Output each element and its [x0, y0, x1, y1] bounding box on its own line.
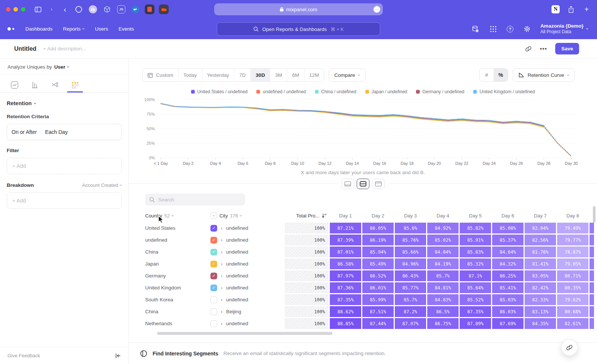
address-bar[interactable]: mixpanel.com ⋯	[214, 3, 383, 15]
retention-value-cell[interactable]: 85.94%	[362, 247, 394, 257]
retention-value-cell[interactable]: 78.87%	[557, 247, 588, 257]
retention-value-cell[interactable]: 84.19%	[427, 258, 459, 269]
range-6m[interactable]: 6M	[287, 69, 304, 81]
retention-value-cell[interactable]: 85.32%	[460, 258, 491, 269]
retention-value-cell[interactable]: 83.13%	[525, 306, 556, 317]
retention-value-cell[interactable]: 85.91%	[460, 235, 491, 245]
expand-chevron-icon[interactable]: ›	[221, 273, 222, 279]
retention-value-cell[interactable]: 87.21%	[330, 223, 361, 233]
table-row-country[interactable]: China	[145, 306, 209, 317]
zoom-window-button[interactable]	[21, 7, 25, 12]
retention-value-cell[interactable]: 85.02%	[427, 235, 459, 245]
retention-value-cell[interactable]: 82.33%	[525, 294, 556, 305]
tab-flows[interactable]	[47, 79, 63, 92]
retention-value-cell[interactable]: 87.69%	[492, 318, 523, 329]
day-column-header[interactable]: Day 4	[427, 213, 459, 219]
nav-item-reports[interactable]: Reports›	[63, 26, 85, 32]
row-checkbox[interactable]: ✓	[210, 261, 217, 267]
retention-value-cell[interactable]: 85.77%	[395, 282, 426, 293]
percent-values-toggle[interactable]: %	[494, 69, 508, 81]
retention-value-cell[interactable]: 86.05%	[362, 223, 394, 233]
row-checkbox[interactable]	[210, 308, 217, 315]
chart-type-dropdown[interactable]: Retention Curve ›	[513, 68, 575, 82]
day-column-header[interactable]: Day 2	[362, 213, 394, 219]
project-switcher[interactable]: Amazonia {Demo} All Project Data ›	[540, 23, 588, 35]
expand-chevron-icon[interactable]: ›	[221, 321, 222, 326]
retention-value-cell[interactable]: 82.56%	[525, 235, 556, 245]
extension-icon-avatar[interactable]: m	[88, 4, 98, 14]
table-row-country[interactable]: Germany	[145, 270, 209, 281]
retention-value-cell[interactable]: 84.84%	[427, 247, 459, 257]
add-filter-button[interactable]: + Add	[7, 158, 122, 174]
settings-gear-icon[interactable]	[522, 25, 531, 34]
retention-chart[interactable]: 100%75%50%25%0%< 1 DayDay 2Day 4Day 6Day…	[142, 95, 590, 167]
layout-table-only-button[interactable]	[372, 179, 385, 189]
extension-icon-js[interactable]: JS	[116, 4, 126, 14]
row-checkbox[interactable]	[210, 320, 217, 327]
retention-value-cell[interactable]: 84.96%	[395, 258, 426, 269]
table-search-input[interactable]: Search	[145, 194, 245, 205]
retention-value-cell[interactable]: 81.41%	[525, 258, 556, 269]
range-3m[interactable]: 3M	[270, 69, 287, 81]
expand-chevron-icon[interactable]: ›	[221, 285, 222, 291]
retention-value-cell[interactable]: 83.05%	[525, 270, 556, 281]
collapse-sidebar-icon[interactable]	[115, 353, 121, 358]
tab-funnels[interactable]	[27, 79, 43, 92]
day-column-header[interactable]: Day 7	[525, 213, 556, 219]
retention-value-cell[interactable]: 87.01%	[330, 247, 361, 257]
day-column-header[interactable]: Day 6	[492, 213, 523, 219]
retention-value-cell[interactable]: 81.76%	[525, 247, 556, 257]
more-options-icon[interactable]: •••	[540, 46, 547, 52]
data-management-icon[interactable]	[471, 25, 480, 34]
row-checkbox[interactable]: ✓	[210, 237, 217, 244]
tab-retention[interactable]	[67, 79, 83, 92]
country-column-header[interactable]: Country 52 ›	[145, 213, 209, 219]
expand-chevron-icon[interactable]: ›	[221, 226, 222, 231]
legend-item[interactable]: China / undefined	[315, 89, 356, 94]
analyze-value-dropdown[interactable]: User	[54, 64, 65, 70]
retention-value-cell[interactable]: 87.44%	[362, 318, 394, 329]
retention-value-cell[interactable]: 85.76%	[395, 235, 426, 245]
extension-icon-ring[interactable]	[74, 4, 84, 14]
retention-section-header[interactable]: Retention ›	[7, 100, 122, 106]
table-row-country[interactable]: United Kingdom	[145, 282, 209, 293]
retention-value-cell[interactable]: 82.61%	[557, 318, 588, 329]
retention-value-cell[interactable]: 87.97%	[330, 270, 361, 281]
new-tab-icon[interactable]: +	[582, 5, 591, 14]
retention-value-cell[interactable]: 85.6%	[395, 223, 426, 233]
retention-value-cell[interactable]: 85.7%	[427, 270, 459, 281]
table-row-country[interactable]: South Korea	[145, 294, 209, 305]
day-column-header[interactable]: Day 5	[460, 213, 491, 219]
retention-value-cell[interactable]: 86.25%	[492, 270, 523, 281]
legend-item[interactable]: United States / undefined	[191, 89, 248, 94]
retention-value-cell[interactable]: 84.92%	[427, 223, 459, 233]
table-row-country[interactable]: United States	[145, 223, 209, 233]
retention-value-cell[interactable]: 84.35%	[525, 318, 556, 329]
vertical-scrollbar[interactable]	[593, 206, 596, 223]
row-checkbox[interactable]: ✓	[210, 249, 217, 255]
retention-value-cell[interactable]: 80.35%	[557, 282, 588, 293]
retention-value-cell[interactable]: 86.58%	[330, 258, 361, 269]
retention-criteria-card[interactable]: On or After Each Day	[7, 124, 122, 140]
retention-value-cell[interactable]: 85.7%	[395, 294, 426, 305]
back-button[interactable]: ‹	[60, 5, 69, 14]
retention-value-cell[interactable]: 87.39%	[330, 235, 361, 245]
retention-value-cell[interactable]: 87.35%	[460, 306, 491, 317]
retention-value-cell[interactable]: 84.83%	[427, 294, 459, 305]
total-column-header[interactable]: Total Pro...	[285, 213, 329, 219]
breakdown-scope-dropdown[interactable]: Account Created ›	[82, 182, 122, 188]
expand-chevron-icon[interactable]: ›	[221, 297, 222, 302]
browser-sidebar-icon[interactable]	[34, 5, 43, 14]
table-row-country[interactable]: China	[145, 247, 209, 257]
add-breakdown-button[interactable]: + Add	[7, 192, 122, 209]
legend-item[interactable]: United Kingdom / undefined	[473, 89, 535, 94]
retention-value-cell[interactable]: 87.51%	[362, 306, 394, 317]
apps-grid-icon[interactable]	[489, 25, 498, 34]
report-title[interactable]: Untitled	[14, 46, 37, 52]
give-feedback-link[interactable]: Give Feedback	[7, 353, 40, 358]
retention-value-cell[interactable]: 87.36%	[330, 282, 361, 293]
range-today[interactable]: Today	[178, 69, 202, 81]
layout-chart-only-button[interactable]	[341, 179, 354, 189]
retention-value-cell[interactable]: 84.81%	[427, 282, 459, 293]
retention-value-cell[interactable]: 87.2%	[395, 306, 426, 317]
